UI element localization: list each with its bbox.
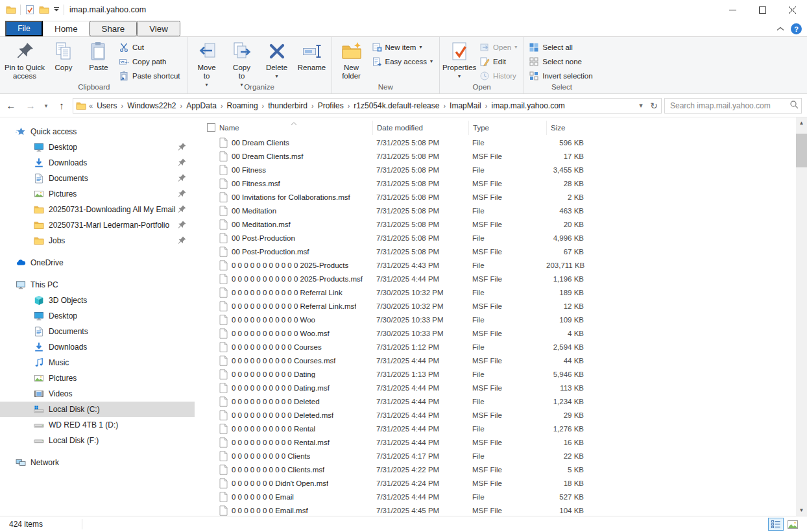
table-row[interactable]: 0 0 0 0 0 0 0 0 0 0 Rental7/31/2025 4:44…	[201, 422, 796, 435]
table-row[interactable]: 0 0 0 0 0 0 0 Email7/31/2025 4:44 PMFile…	[201, 490, 796, 503]
ribbon-collapse-chevron-icon[interactable]	[777, 27, 784, 31]
breadcrumb-chevron-icon[interactable]: ›	[219, 102, 224, 110]
search-input[interactable]	[670, 101, 789, 110]
breadcrumb-chevron-icon[interactable]: ›	[442, 102, 447, 110]
sidebar-item-videos[interactable]: Videos	[0, 386, 195, 402]
address-bar[interactable]: «Users›Windows22h2›AppData›Roaming›thund…	[73, 98, 662, 114]
breadcrumb-collapse-indicator[interactable]: «	[88, 102, 94, 110]
folder-icon[interactable]	[39, 5, 49, 15]
sidebar-item-onedrive[interactable]: OneDrive	[0, 255, 195, 271]
sidebar-item-quick-access[interactable]: Quick access	[0, 124, 195, 139]
new-folder-button[interactable]: New folder	[334, 38, 369, 82]
table-row[interactable]: 0 0 0 0 0 0 0 0 0 0 0 Woo.msf7/30/2025 1…	[201, 326, 796, 340]
table-row[interactable]: 0 0 0 0 0 0 0 0 0 Clients.msf7/31/2025 4…	[201, 463, 796, 476]
table-row[interactable]: 00 Meditation7/31/2025 5:08 PMFile463 KB	[201, 204, 796, 217]
table-row[interactable]: 00 Fitness.msf7/31/2025 5:08 PMMSF File2…	[201, 176, 796, 190]
thumbnail-view-button[interactable]	[785, 518, 801, 531]
column-header-size[interactable]: Size	[546, 121, 586, 135]
scrollbar-track[interactable]	[796, 128, 807, 505]
close-button[interactable]	[777, 0, 807, 19]
open-button[interactable]: Open▾	[477, 40, 522, 54]
table-row[interactable]: 00 Invitations for Collaborations.msf7/3…	[201, 190, 796, 204]
tab-home[interactable]: Home	[43, 21, 90, 36]
sidebar-item-20250731-downloading-all-my-email[interactable]: 20250731-Downloading All My Email	[0, 202, 195, 217]
help-button[interactable]: ?	[791, 23, 802, 34]
recent-locations-chevron-icon[interactable]: ▾	[42, 98, 51, 114]
address-dropdown-chevron-icon[interactable]: ▾	[635, 99, 647, 113]
table-row[interactable]: 0 0 0 0 0 0 0 0 0 0 0 Referral Link7/30/…	[201, 285, 796, 299]
breadcrumb-segment[interactable]: Profiles	[315, 101, 346, 110]
select-all-button[interactable]: Select all	[526, 40, 597, 54]
sidebar-item-local-disk-c-[interactable]: Local Disk (C:)	[0, 402, 195, 417]
table-row[interactable]: 0 0 0 0 0 0 0 0 0 0 0 2025-Products.msf7…	[201, 272, 796, 285]
sidebar-item-jobs[interactable]: Jobs	[0, 233, 195, 248]
table-row[interactable]: 0 0 0 0 0 0 0 0 0 0 Rental.msf7/31/2025 …	[201, 435, 796, 449]
sidebar-item-desktop[interactable]: Desktop	[0, 139, 195, 155]
table-row[interactable]: 0 0 0 0 0 0 0 0 0 0 0 Referral Link.msf7…	[201, 299, 796, 313]
breadcrumb-chevron-icon[interactable]: ›	[179, 102, 184, 110]
sidebar-item-downloads[interactable]: Downloads	[0, 155, 195, 171]
table-row[interactable]: 0 0 0 0 0 0 0 0 0 0 Deleted7/31/2025 4:4…	[201, 394, 796, 408]
scroll-down-arrow-icon[interactable]: ▼	[796, 505, 807, 516]
sidebar-item-downloads[interactable]: Downloads	[0, 339, 195, 355]
back-button[interactable]: ←	[3, 98, 19, 114]
sidebar-item-network[interactable]: Network	[0, 455, 195, 470]
sidebar-item-desktop[interactable]: Desktop	[0, 308, 195, 324]
table-row[interactable]: 00 Post-Production7/31/2025 5:08 PMFile4…	[201, 231, 796, 245]
sidebar-item-pictures[interactable]: Pictures	[0, 186, 195, 202]
qat-dropdown-icon[interactable]	[53, 5, 60, 14]
table-row[interactable]: 0 0 0 0 0 0 0 0 0 Clients7/31/2025 4:17 …	[201, 449, 796, 463]
breadcrumb-segment[interactable]: imap.mail.yahoo.com	[488, 101, 567, 110]
table-row[interactable]: 0 0 0 0 0 0 0 Didn't Open.msf7/31/2025 4…	[201, 476, 796, 490]
table-row[interactable]: 0 0 0 0 0 0 0 0 0 0 Dating7/31/2025 1:13…	[201, 367, 796, 381]
breadcrumb-chevron-icon[interactable]: ›	[310, 102, 315, 110]
paste-button[interactable]: Paste	[81, 38, 116, 82]
table-row[interactable]: 0 0 0 0 0 0 0 0 0 0 Courses7/31/2025 1:1…	[201, 340, 796, 354]
tab-view[interactable]: View	[137, 21, 180, 36]
search-icon[interactable]	[789, 100, 799, 111]
copy-to-button[interactable]: Copy to▾	[224, 38, 259, 82]
breadcrumb-segment[interactable]: r1z5054k.default-release	[351, 101, 442, 110]
column-header-type[interactable]: Type	[468, 121, 546, 135]
sidebar-item-pictures[interactable]: Pictures	[0, 370, 195, 386]
table-row[interactable]: 0 0 0 0 0 0 0 0 0 0 0 Woo7/30/2025 10:33…	[201, 313, 796, 326]
history-button[interactable]: History	[477, 69, 522, 82]
refresh-icon[interactable]: ↻	[648, 99, 660, 113]
easy-access-button[interactable]: Easy access▾	[369, 54, 438, 68]
edit-button[interactable]: Edit	[477, 54, 522, 68]
breadcrumb-segment[interactable]: ImapMail	[447, 101, 484, 110]
sidebar-item-20250731-mari-lederman-portfolio[interactable]: 20250731-Mari Lederman-Portfolio	[0, 217, 195, 233]
breadcrumb-chevron-icon[interactable]: ›	[261, 102, 266, 110]
column-header-date-modified[interactable]: Date modified	[372, 121, 468, 135]
breadcrumb-segment[interactable]: AppData	[184, 101, 219, 110]
table-row[interactable]: 0 0 0 0 0 0 0 0 0 0 Dating.msf7/31/2025 …	[201, 381, 796, 394]
paste-shortcut-button[interactable]: Paste shortcut	[116, 69, 185, 82]
breadcrumb-segment[interactable]: Users	[94, 101, 119, 110]
column-header-name[interactable]: Name	[215, 121, 372, 135]
table-row[interactable]: 00 Fitness7/31/2025 5:08 PMFile3,455 KB	[201, 163, 796, 176]
new-item-button[interactable]: New item▾	[369, 40, 438, 54]
breadcrumb-chevron-icon[interactable]: ›	[346, 102, 352, 110]
select-none-button[interactable]: Select none	[526, 54, 597, 68]
copy-path-button[interactable]: Copy path	[116, 54, 185, 68]
sidebar-item-this-pc[interactable]: This PC	[0, 277, 195, 293]
tab-share[interactable]: Share	[90, 21, 138, 36]
sidebar-item-local-disk-f-[interactable]: Local Disk (F:)	[0, 433, 195, 448]
table-row[interactable]: 00 Meditation.msf7/31/2025 5:08 PMMSF Fi…	[201, 217, 796, 231]
table-row[interactable]: 0 0 0 0 0 0 0 0 0 0 0 2025-Products7/31/…	[201, 258, 796, 272]
rename-button[interactable]: Rename	[295, 38, 330, 82]
minimize-button[interactable]	[717, 0, 747, 19]
breadcrumb-segment[interactable]: Windows22h2	[125, 101, 178, 110]
sidebar-item-wd-red-4tb-1-d-[interactable]: WD RED 4TB 1 (D:)	[0, 417, 195, 433]
table-row[interactable]: 00 Dream Clients7/31/2025 5:08 PMFile596…	[201, 136, 796, 149]
table-row[interactable]: 0 0 0 0 0 0 0 0 0 0 Courses.msf7/31/2025…	[201, 354, 796, 367]
maximize-button[interactable]	[747, 0, 777, 19]
forward-button[interactable]: →	[22, 98, 39, 114]
table-row[interactable]: 0 0 0 0 0 0 0 Email.msf7/31/2025 4:45 PM…	[201, 503, 796, 516]
breadcrumb-segment[interactable]: thunderbird	[265, 101, 310, 110]
properties-button[interactable]: Properties▾	[442, 38, 477, 82]
sidebar-item-documents[interactable]: Documents	[0, 171, 195, 186]
delete-button[interactable]: Delete▾	[259, 38, 295, 82]
table-row[interactable]: 00 Post-Production.msf7/31/2025 5:08 PMM…	[201, 245, 796, 258]
scrollbar-thumb[interactable]	[796, 134, 807, 167]
